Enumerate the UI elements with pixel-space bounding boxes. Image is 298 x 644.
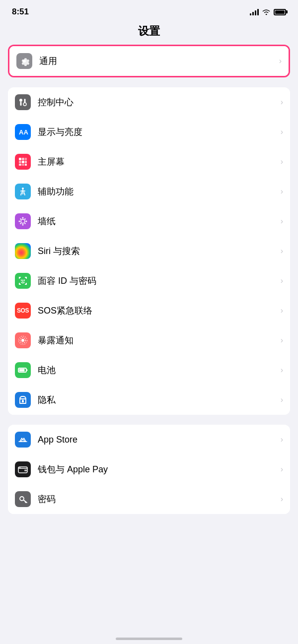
display-label: 显示与亮度 <box>38 126 278 138</box>
svg-point-43 <box>22 400 24 401</box>
privacy-icon <box>15 392 31 408</box>
settings-row-display[interactable]: AA 显示与亮度 › <box>8 117 290 147</box>
svg-text:AA: AA <box>19 129 28 136</box>
controls-icon <box>15 94 31 110</box>
svg-point-0 <box>266 14 267 15</box>
wifi-icon <box>262 8 271 15</box>
settings-row-battery[interactable]: 电池 › <box>8 355 290 385</box>
svg-rect-13 <box>22 164 24 166</box>
sos-icon: SOS <box>15 303 31 319</box>
svg-point-22 <box>24 223 25 224</box>
svg-point-20 <box>26 221 27 222</box>
svg-point-18 <box>22 224 24 226</box>
svg-point-1 <box>19 99 22 102</box>
settings-row-accessibility[interactable]: 辅助功能 › <box>8 177 290 206</box>
exposure-icon <box>15 332 31 348</box>
wallpaper-icon <box>15 213 31 229</box>
gear-icon <box>16 53 32 69</box>
settings-row-general[interactable]: 通用 › <box>9 46 289 76</box>
chevron-icon: › <box>281 435 283 444</box>
home-screen-label: 主屏幕 <box>38 156 278 168</box>
settings-row-home-screen[interactable]: 主屏幕 › <box>8 147 290 177</box>
settings-row-sos[interactable]: SOS SOS紧急联络 › <box>8 296 290 325</box>
svg-rect-31 <box>19 283 20 285</box>
svg-rect-12 <box>19 164 21 166</box>
svg-rect-10 <box>22 161 24 163</box>
settings-group-store: App Store › 钱包与 Apple Pay › 密码 › <box>8 425 290 514</box>
svg-point-15 <box>22 188 24 190</box>
display-icon: AA <box>15 124 31 140</box>
face-id-label: 面容 ID 与密码 <box>38 275 278 287</box>
svg-rect-41 <box>27 370 28 371</box>
accessibility-label: 辅助功能 <box>38 186 278 197</box>
settings-row-wallpaper[interactable]: 墙纸 › <box>8 206 290 236</box>
siri-icon <box>15 243 31 259</box>
svg-rect-30 <box>26 277 27 279</box>
svg-point-24 <box>24 218 25 219</box>
chevron-icon: › <box>281 366 283 375</box>
svg-rect-3 <box>24 99 26 103</box>
chevron-icon: › <box>279 57 282 65</box>
signal-icon <box>250 8 259 15</box>
settings-row-siri[interactable]: Siri 与搜索 › <box>8 236 290 266</box>
settings-row-passwords[interactable]: 密码 › <box>8 484 290 514</box>
settings-row-privacy[interactable]: 隐私 › <box>8 385 290 415</box>
svg-point-36 <box>21 339 24 342</box>
svg-rect-40 <box>19 369 25 372</box>
chevron-icon: › <box>281 495 283 504</box>
chevron-icon: › <box>281 128 283 136</box>
wallet-icon <box>15 461 31 477</box>
general-label: 通用 <box>39 55 276 67</box>
svg-rect-46 <box>19 467 21 468</box>
sos-label: SOS紧急联络 <box>38 305 278 317</box>
svg-rect-32 <box>26 283 27 285</box>
settings-row-wallet[interactable]: 钱包与 Apple Pay › <box>8 454 290 484</box>
passwords-label: 密码 <box>38 493 278 505</box>
svg-rect-7 <box>22 158 24 160</box>
svg-point-19 <box>19 221 20 222</box>
status-bar: 8:51 <box>0 0 298 21</box>
status-time: 8:51 <box>12 7 29 17</box>
face-id-icon <box>15 273 31 289</box>
accessibility-icon <box>15 184 31 199</box>
svg-rect-4 <box>20 102 22 106</box>
control-center-label: 控制中心 <box>38 96 278 108</box>
chevron-icon: › <box>281 217 283 226</box>
svg-rect-9 <box>19 161 21 163</box>
wallpaper-label: 墙纸 <box>38 215 278 227</box>
settings-row-face-id[interactable]: 面容 ID 与密码 › <box>8 266 290 296</box>
svg-rect-8 <box>25 158 27 160</box>
chevron-icon: › <box>281 247 283 256</box>
svg-rect-14 <box>25 164 27 166</box>
key-icon <box>15 491 31 507</box>
settings-group-general: 通用 › <box>8 45 290 77</box>
svg-point-21 <box>20 218 21 219</box>
chevron-icon: › <box>281 336 283 345</box>
settings-row-app-store[interactable]: App Store › <box>8 425 290 454</box>
svg-rect-45 <box>24 470 27 472</box>
settings-row-exposure[interactable]: 暴露通知 › <box>8 325 290 355</box>
svg-rect-11 <box>25 161 27 163</box>
page-title: 设置 <box>0 21 298 45</box>
svg-point-17 <box>22 217 24 219</box>
exposure-label: 暴露通知 <box>38 334 278 346</box>
svg-point-23 <box>20 223 21 224</box>
svg-point-16 <box>21 219 25 223</box>
battery-setting-icon <box>15 362 31 378</box>
status-icons <box>250 8 286 15</box>
chevron-icon: › <box>281 465 283 474</box>
svg-rect-29 <box>19 277 20 279</box>
settings-row-control-center[interactable]: 控制中心 › <box>8 87 290 117</box>
battery-fill <box>275 10 285 14</box>
battery-icon <box>274 9 286 15</box>
chevron-icon: › <box>281 395 283 404</box>
battery-label: 电池 <box>38 364 278 376</box>
privacy-label: 隐私 <box>38 394 278 406</box>
home-indicator <box>116 638 182 640</box>
home-screen-icon <box>15 154 31 170</box>
chevron-icon: › <box>281 157 283 166</box>
chevron-icon: › <box>281 306 283 315</box>
wallet-label: 钱包与 Apple Pay <box>38 463 278 475</box>
chevron-icon: › <box>281 98 283 107</box>
svg-rect-6 <box>19 158 21 160</box>
